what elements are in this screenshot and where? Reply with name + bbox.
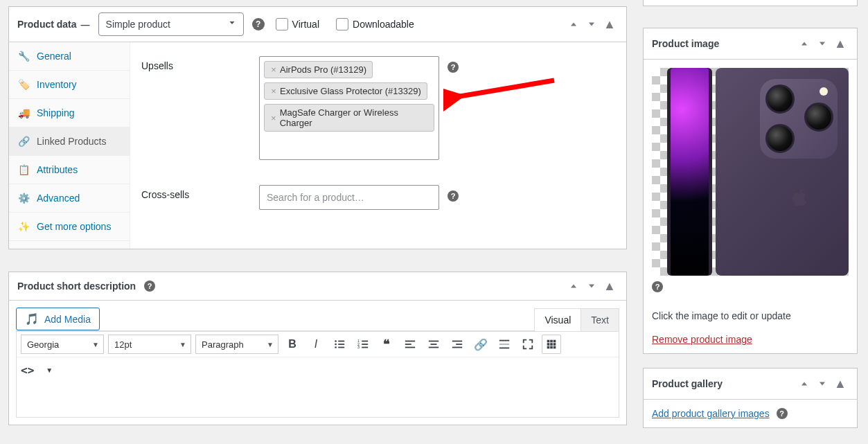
upsells-label: Upsells [141,56,259,71]
remove-product-image-link[interactable]: Remove product image [652,334,752,345]
short-description-box: Product short description ? ▲ 🎵 Add Medi… [8,272,627,425]
list-icon: 📋 [17,164,30,175]
font-size-select[interactable]: 12pt▼ [108,335,191,354]
product-gallery-title: Product gallery [652,378,796,389]
svg-rect-20 [452,347,462,348]
product-type-select[interactable]: Simple product [98,12,244,36]
link-button[interactable]: 🔗 [471,335,490,354]
product-image-box: Product image ▲ [643,28,858,354]
svg-rect-24 [547,340,550,343]
tab-attributes[interactable]: 📋 Attributes [9,156,130,184]
editor-tab-text[interactable]: Text [581,308,619,331]
tab-get-more[interactable]: ✨ Get more options [9,213,130,241]
chevron-down-icon[interactable] [583,278,600,294]
svg-rect-25 [550,340,553,343]
virtual-checkbox[interactable] [276,18,288,30]
fullscreen-button[interactable] [518,335,538,354]
editor-tab-visual[interactable]: Visual [534,308,581,331]
remove-tag-icon[interactable]: × [270,113,277,123]
help-icon[interactable]: ? [144,281,155,292]
chevron-down-icon[interactable] [814,375,831,392]
svg-rect-30 [547,346,550,349]
sparkle-icon: ✨ [17,221,30,232]
chevron-down-icon[interactable] [814,35,831,52]
svg-rect-12 [405,341,415,342]
italic-button[interactable]: I [306,335,326,354]
quote-button[interactable]: ❝ [377,335,396,354]
downloadable-label: Downloadable [353,19,414,30]
product-image-thumbnail[interactable] [652,68,849,276]
remove-tag-icon[interactable]: × [270,64,277,75]
font-family-select[interactable]: Georgia▼ [21,335,104,354]
caret-up-toggle-icon[interactable]: ▲ [601,16,618,33]
bold-button[interactable]: B [283,335,302,354]
svg-rect-7 [362,341,368,342]
svg-rect-23 [499,348,509,349]
chevron-up-icon[interactable] [565,16,582,33]
help-icon[interactable]: ? [252,18,265,30]
numbered-list-button[interactable]: 123 [353,335,373,354]
align-right-button[interactable] [448,335,467,354]
svg-rect-13 [405,344,411,345]
svg-rect-29 [553,343,556,346]
toolbar-toggle-button[interactable] [542,335,561,354]
upsell-tag: × MagSafe Charger or Wireless Charger [264,104,434,132]
svg-rect-18 [452,341,462,342]
svg-rect-32 [553,346,556,349]
upsells-input[interactable]: × AirPods Pro (#13129) × Exclusive Glass… [259,56,439,160]
product-data-title: Product data [17,19,77,30]
chevron-down-icon[interactable] [583,16,600,33]
source-code-button[interactable]: <> [21,360,34,380]
help-icon[interactable]: ? [448,62,459,73]
more-dropdown-button[interactable]: ▼ [39,360,59,380]
chevron-up-icon[interactable] [796,35,813,52]
align-center-button[interactable] [424,335,443,354]
downloadable-checkbox[interactable] [336,18,348,30]
align-left-button[interactable] [400,335,420,354]
product-image-edit-hint: Click the image to edit or update [652,310,849,321]
product-data-box: Product data — Simple product ? Virtual … [8,6,627,249]
short-description-title: Product short description [17,281,136,292]
svg-point-2 [335,344,337,346]
svg-point-0 [335,340,337,342]
svg-rect-14 [405,347,415,348]
tab-advanced[interactable]: ⚙️ Advanced [9,184,130,213]
upsell-tag: × Exclusive Glass Protector (#13329) [264,82,427,100]
paragraph-format-select[interactable]: Paragraph▼ [195,335,278,354]
add-gallery-images-link[interactable]: Add product gallery images [652,408,770,419]
help-icon[interactable]: ? [448,190,459,202]
upsell-tag: × AirPods Pro (#13129) [264,61,373,78]
chevron-down-icon [227,18,237,30]
tab-linked-products[interactable]: 🔗 Linked Products [9,127,130,156]
svg-text:3: 3 [357,345,360,349]
caret-up-toggle-icon[interactable]: ▲ [832,35,849,52]
svg-rect-11 [362,347,368,348]
tab-general[interactable]: 🔧 General [9,42,130,71]
svg-rect-16 [431,344,437,345]
chevron-up-icon[interactable] [565,278,582,294]
help-icon[interactable]: ? [652,281,663,292]
tag-icon: 🏷️ [17,79,30,90]
editor-content-area[interactable] [17,382,619,417]
insert-more-button[interactable] [495,335,514,354]
tab-shipping[interactable]: 🚚 Shipping [9,99,130,127]
apple-logo-icon [790,187,808,210]
link-icon: 🔗 [17,136,30,147]
svg-rect-26 [553,340,556,343]
truck-icon: 🚚 [17,107,30,118]
svg-point-4 [335,346,337,348]
caret-up-toggle-icon[interactable]: ▲ [832,375,849,392]
bullet-list-button[interactable] [330,335,349,354]
caret-up-toggle-icon[interactable]: ▲ [601,278,618,294]
svg-rect-1 [338,341,344,342]
crosssells-input[interactable] [259,185,439,210]
title-dash: — [81,19,90,30]
add-media-button[interactable]: 🎵 Add Media [16,308,100,330]
chevron-up-icon[interactable] [796,375,813,392]
remove-tag-icon[interactable]: × [270,86,277,96]
help-icon[interactable]: ? [777,408,788,419]
svg-rect-9 [362,344,368,345]
tab-inventory[interactable]: 🏷️ Inventory [9,71,130,99]
svg-rect-17 [429,347,439,348]
wrench-icon: 🔧 [17,51,30,62]
